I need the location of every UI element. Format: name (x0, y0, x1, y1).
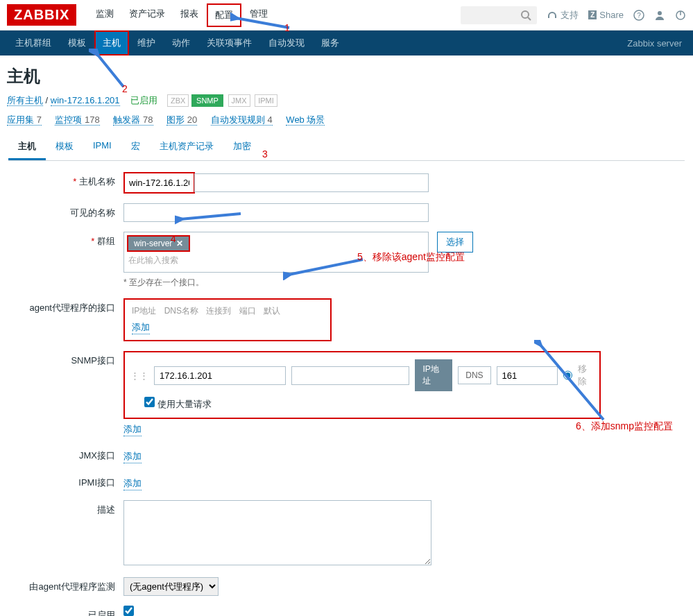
svg-line-1 (528, 17, 531, 20)
agent-headers: IP地址 DNS名称 连接到 端口 默认 (132, 305, 323, 317)
subnav-discovery[interactable]: 自动发现 (260, 31, 313, 55)
ipmi-if-label: IPMI接口 (10, 473, 123, 489)
group-chip-winserver[interactable]: win-server✕ (127, 235, 190, 252)
group-search-placeholder[interactable]: 在此输入搜索 (127, 252, 425, 269)
server-name: Zabbix server (627, 38, 686, 49)
monitored-by-select[interactable]: (无agent代理程序) (123, 577, 219, 596)
nav-admin[interactable]: 管理 (243, 3, 275, 27)
top-right: 支持 Z Share ? (461, 6, 686, 24)
group-hint: * 至少存在一个接口。 (123, 277, 683, 289)
visible-label: 可见的名称 (10, 203, 123, 219)
link-graphs[interactable]: 图形 20 (166, 114, 197, 126)
tab-templates[interactable]: 模板 (46, 135, 83, 160)
form-tabs: 主机 模板 IPMI 宏 主机资产记录 加密 (8, 135, 685, 161)
global-search[interactable] (461, 6, 537, 24)
snmp-default-radio[interactable] (563, 370, 572, 380)
breadcrumb-host[interactable]: win-172.16.1.201 (51, 95, 120, 106)
tab-macros[interactable]: 宏 (121, 135, 150, 160)
hostname-input[interactable] (126, 175, 192, 191)
snmp-port-input[interactable] (497, 366, 558, 385)
chip-remove-icon[interactable]: ✕ (176, 239, 183, 248)
svg-point-4 (658, 11, 662, 15)
jmx-if-label: JMX接口 (10, 446, 123, 462)
visible-name-input[interactable] (123, 203, 429, 222)
agent-if-label: agent代理程序的接口 (10, 298, 123, 314)
tab-inventory[interactable]: 主机资产记录 (150, 135, 223, 160)
nav-inventory[interactable]: 资产记录 (122, 3, 172, 27)
badge-zbx: ZBX (167, 94, 189, 107)
snmp-ip-input[interactable] (154, 366, 286, 385)
drag-handle-icon[interactable]: ⋮⋮ (130, 370, 148, 381)
logo: ZABBIX (7, 4, 76, 26)
link-apps[interactable]: 应用集 7 (7, 114, 42, 126)
ipmi-add-link[interactable]: 添加 (123, 477, 142, 490)
page-title: 主机 (0, 55, 693, 94)
enabled-checkbox[interactable] (123, 606, 134, 616)
enabled-label: 已启用 (10, 606, 123, 616)
nav-reports[interactable]: 报表 (173, 3, 205, 27)
tab-ipmi[interactable]: IPMI (83, 135, 121, 160)
badge-jmx: JMX (228, 94, 250, 107)
headset-icon (547, 10, 558, 21)
breadcrumb-all-hosts[interactable]: 所有主机 (7, 95, 43, 106)
status-enabled: 已启用 (130, 95, 157, 105)
agent-interface-box: IP地址 DNS名称 连接到 端口 默认 添加 (123, 298, 332, 341)
hostname-input-ext[interactable] (194, 173, 429, 192)
support-link[interactable]: 支持 (547, 9, 579, 22)
nav-config[interactable]: 配置 (207, 3, 241, 27)
snmp-remove-link[interactable]: 移除 (578, 363, 594, 388)
help-icon[interactable]: ? (633, 10, 644, 21)
link-triggers[interactable]: 触发器 78 (113, 114, 153, 126)
snmp-if-label: SNMP接口 (10, 351, 123, 367)
subnav-hosts[interactable]: 主机 (94, 31, 129, 55)
top-bar: ZABBIX 监测 资产记录 报表 配置 管理 支持 Z Share ? (0, 0, 693, 31)
z-icon: Z (588, 10, 597, 19)
power-icon[interactable] (675, 10, 686, 21)
snmp-bulk-checkbox[interactable] (144, 397, 155, 407)
user-icon[interactable] (654, 10, 665, 21)
hostname-label: * 主机名称 (10, 172, 123, 188)
snmp-connect-dns[interactable]: DNS (458, 366, 490, 384)
subnav-hostgroups[interactable]: 主机群组 (7, 31, 60, 55)
counts-row: 应用集 7 监控项 178 触发器 78 图形 20 自动发现规则 4 Web … (0, 111, 693, 135)
share-link[interactable]: Z Share (588, 10, 624, 20)
second-nav: 主机群组 模板 主机 维护 动作 关联项事件 自动发现 服务 Zabbix se… (0, 31, 693, 55)
snmp-dns-input[interactable] (291, 366, 409, 385)
host-form: * 主机名称 可见的名称 * 群组 win-server✕ 在此输入搜索 选择 … (0, 161, 693, 616)
snmp-add-link[interactable]: 添加 (123, 423, 142, 436)
desc-label: 描述 (10, 500, 123, 516)
group-select-button[interactable]: 选择 (437, 232, 473, 253)
monitored-by-label: 由agent代理程序监测 (10, 577, 123, 593)
subnav-maintenance[interactable]: 维护 (129, 31, 164, 55)
subnav-actions[interactable]: 动作 (164, 31, 198, 55)
svg-point-0 (522, 11, 529, 18)
snmp-interface-panel: ⋮⋮ IP地址DNS 移除 使用大量请求 (123, 351, 601, 419)
jmx-add-link[interactable]: 添加 (123, 450, 142, 463)
group-multiselect[interactable]: win-server✕ 在此输入搜索 (123, 232, 429, 273)
link-web[interactable]: Web 场景 (286, 114, 325, 126)
breadcrumb: 所有主机 / win-172.16.1.201 已启用 ZBX SNMP JMX… (0, 94, 693, 111)
subnav-templates[interactable]: 模板 (60, 31, 94, 55)
tab-host[interactable]: 主机 (8, 135, 46, 160)
svg-text:?: ? (637, 12, 641, 19)
agent-add-link[interactable]: 添加 (132, 321, 150, 334)
snmp-connect-ip[interactable]: IP地址 (415, 359, 452, 391)
subnav-services[interactable]: 服务 (313, 31, 348, 55)
description-textarea[interactable] (123, 500, 431, 565)
link-discovery[interactable]: 自动发现规则 4 (211, 114, 273, 126)
badge-snmp: SNMP (191, 94, 223, 107)
snmp-bulk-label[interactable]: 使用大量请求 (144, 399, 212, 409)
nav-monitor[interactable]: 监测 (89, 3, 121, 27)
search-icon (520, 10, 531, 21)
top-nav: 监测 资产记录 报表 配置 管理 (89, 3, 275, 27)
badge-ipmi: IPMI (255, 94, 277, 107)
group-label: * 群组 (10, 232, 123, 248)
link-items[interactable]: 监控项 178 (55, 114, 99, 126)
subnav-correlation[interactable]: 关联项事件 (198, 31, 260, 55)
tab-encryption[interactable]: 加密 (223, 135, 261, 160)
